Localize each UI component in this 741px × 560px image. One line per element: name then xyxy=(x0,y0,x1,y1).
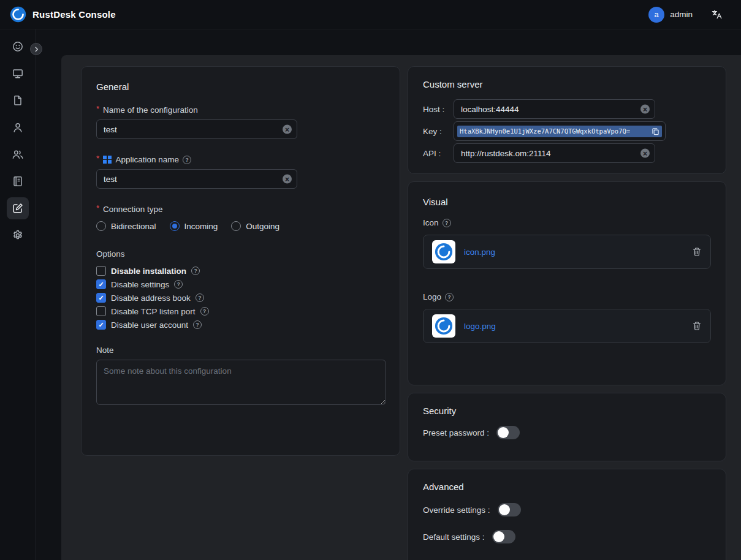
sidebar-item-custom-client[interactable] xyxy=(7,197,29,219)
api-input-wrap xyxy=(454,143,655,163)
logo-help-icon[interactable] xyxy=(445,293,454,301)
visual-card: Visual Icon icon.png Logo xyxy=(408,181,726,385)
override-settings-label: Override settings : xyxy=(423,505,490,515)
config-name-input[interactable] xyxy=(96,119,297,139)
app-name-label: Application name xyxy=(116,155,180,164)
clear-app-name-icon[interactable] xyxy=(283,175,292,184)
icon-help-icon[interactable] xyxy=(443,219,451,227)
checkbox-disable-settings[interactable]: Disable settings xyxy=(96,279,385,289)
avatar[interactable]: a xyxy=(648,7,664,23)
icon-preview xyxy=(432,240,455,263)
options-group: Disable installation Disable settings Di… xyxy=(96,266,385,330)
radio-outgoing[interactable]: Outgoing xyxy=(231,221,279,231)
brand: RustDesk Console xyxy=(10,6,116,23)
logo-label: Logo xyxy=(423,292,441,301)
checkbox-label: Disable settings xyxy=(111,280,169,289)
monitor-icon xyxy=(12,67,24,80)
custom-server-title: Custom server xyxy=(423,79,711,89)
help-icon[interactable] xyxy=(196,293,204,302)
api-row: API : xyxy=(423,143,711,163)
trash-icon[interactable] xyxy=(692,321,702,331)
api-input[interactable] xyxy=(454,143,655,163)
checkbox-box xyxy=(96,279,106,289)
radio-incoming[interactable]: Incoming xyxy=(170,221,218,231)
help-icon[interactable] xyxy=(200,307,209,316)
radio-circle xyxy=(96,221,106,231)
app-name-label-row: Application name xyxy=(96,155,385,164)
clear-config-name-icon[interactable] xyxy=(283,125,292,134)
app-name-help-icon[interactable] xyxy=(183,156,191,164)
checkbox-disable-user-account[interactable]: Disable user account xyxy=(96,320,385,330)
chevron-right-icon xyxy=(33,46,40,53)
icon-label: Icon xyxy=(423,218,439,227)
logo-file-link[interactable]: logo.png xyxy=(464,322,496,331)
help-icon[interactable] xyxy=(191,267,200,275)
security-card: Security Preset password : xyxy=(408,393,726,461)
default-settings-toggle[interactable] xyxy=(492,530,515,543)
sidebar-item-devices[interactable] xyxy=(7,62,29,85)
user-name[interactable]: admin xyxy=(670,10,693,19)
key-selection: HtaXBkJNHyn0e1U1jWXze7A7CN7QTGWqxkOtpaVp… xyxy=(457,126,662,137)
checkbox-box xyxy=(96,306,106,316)
checkbox-box xyxy=(96,293,106,303)
radio-circle xyxy=(231,221,241,231)
host-label: Host : xyxy=(423,105,454,114)
general-title: General xyxy=(96,81,385,92)
config-name-field: Name of the configuration xyxy=(96,105,385,139)
checkbox-box xyxy=(96,320,106,330)
default-settings-row: Default settings : xyxy=(423,528,711,546)
gear-icon xyxy=(12,229,24,241)
default-settings-label: Default settings : xyxy=(423,532,485,542)
radio-bidirectional[interactable]: Bidirectional xyxy=(96,221,156,231)
help-icon[interactable] xyxy=(174,280,183,289)
visual-title: Visual xyxy=(423,197,711,207)
app-name-field: Application name xyxy=(96,155,385,189)
host-input-wrap xyxy=(454,99,655,119)
toggle-knob xyxy=(493,531,504,542)
rustdesk-logo-icon xyxy=(10,6,26,23)
checkbox-disable-address-book[interactable]: Disable address book xyxy=(96,293,385,303)
checkbox-label: Disable address book xyxy=(111,293,191,303)
key-field[interactable]: HtaXBkJNHyn0e1U1jWXze7A7CN7QTGWqxkOtpaVp… xyxy=(454,121,666,141)
help-icon[interactable] xyxy=(193,320,202,329)
clear-host-icon[interactable] xyxy=(640,105,650,114)
host-input[interactable] xyxy=(454,99,655,119)
icon-file-link[interactable]: icon.png xyxy=(464,248,495,257)
sidebar-item-users[interactable] xyxy=(7,116,29,138)
trash-icon[interactable] xyxy=(692,247,702,257)
sidebar-expand-button[interactable] xyxy=(30,43,42,55)
sidebar-item-home[interactable] xyxy=(7,36,29,58)
edit-icon xyxy=(12,202,24,214)
smiley-icon xyxy=(12,40,24,53)
config-name-label-row: Name of the configuration xyxy=(96,105,385,115)
preset-password-label: Preset password : xyxy=(423,428,489,437)
sidebar-item-settings[interactable] xyxy=(7,224,29,246)
sidebar-item-audit[interactable] xyxy=(7,170,29,192)
logo-preview xyxy=(432,314,455,338)
icon-label-row: Icon xyxy=(423,218,711,227)
advanced-card: Advanced Override settings : Default set… xyxy=(408,469,726,560)
translate-icon[interactable] xyxy=(711,9,723,20)
checkbox-label: Disable user account xyxy=(111,320,188,330)
config-name-label: Name of the configuration xyxy=(103,105,198,115)
clear-api-icon[interactable] xyxy=(640,149,650,158)
copy-icon[interactable] xyxy=(652,127,659,135)
checkbox-disable-installation[interactable]: Disable installation xyxy=(96,266,385,276)
checkbox-label: Disable TCP listen port xyxy=(111,307,196,316)
general-card: General Name of the configuration Applic… xyxy=(81,66,400,456)
radio-label: Bidirectional xyxy=(111,222,156,231)
checkbox-disable-tcp-listen-port[interactable]: Disable TCP listen port xyxy=(96,306,385,316)
radio-circle xyxy=(170,221,180,231)
note-textarea[interactable] xyxy=(96,360,386,405)
preset-password-toggle[interactable] xyxy=(496,426,520,439)
required-marker xyxy=(96,154,99,163)
radio-label: Outgoing xyxy=(246,222,279,231)
advanced-title: Advanced xyxy=(423,482,711,492)
sidebar-item-documents[interactable] xyxy=(7,89,29,112)
override-settings-toggle[interactable] xyxy=(498,503,521,516)
app-name-input[interactable] xyxy=(96,169,297,189)
user-icon xyxy=(12,121,24,134)
connection-type-label: Connection type xyxy=(103,205,163,214)
sidebar-item-groups[interactable] xyxy=(7,143,29,165)
content-panel: General Name of the configuration Applic… xyxy=(61,55,741,560)
